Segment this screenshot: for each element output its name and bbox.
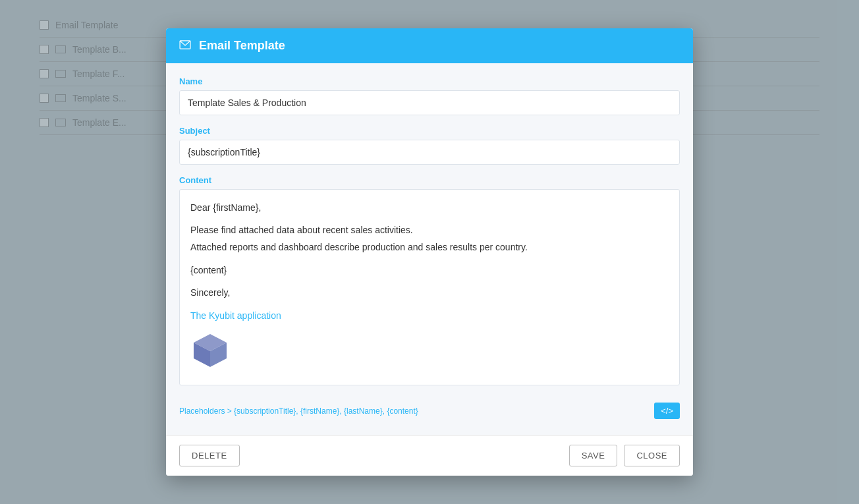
placeholders-row: Placeholders > {subscriptionTitle}, {fir… xyxy=(179,396,680,424)
code-button[interactable]: </> xyxy=(654,403,680,419)
name-label: Name xyxy=(179,76,680,86)
email-template-modal: Email Template Name Subject Content Dear… xyxy=(166,28,693,476)
placeholders-text: Placeholders > {subscriptionTitle}, {fir… xyxy=(179,406,418,416)
content-line4: Attached reports and dashboard describe … xyxy=(190,240,669,254)
modal-overlay: Email Template Name Subject Content Dear… xyxy=(0,0,859,504)
content-line6: {content} xyxy=(190,263,669,277)
subject-input[interactable] xyxy=(179,140,680,165)
content-line1: Dear {firstName}, xyxy=(190,200,669,215)
content-line10: The Kyubit application xyxy=(190,308,669,323)
modal-title: Email Template xyxy=(199,39,285,53)
kyubit-cube-icon xyxy=(190,331,669,374)
content-line8: Sincerely, xyxy=(190,285,669,300)
subject-label: Subject xyxy=(179,126,680,136)
modal-body: Name Subject Content Dear {firstName}, P… xyxy=(166,63,693,435)
subject-field-group: Subject xyxy=(179,126,680,165)
modal-envelope-icon xyxy=(179,39,191,53)
content-box[interactable]: Dear {firstName}, Please find attached d… xyxy=(179,189,680,386)
modal-header: Email Template xyxy=(166,28,693,63)
save-button[interactable]: SAVE xyxy=(569,445,618,466)
footer-right-buttons: SAVE CLOSE xyxy=(569,445,680,466)
name-field-group: Name xyxy=(179,76,680,115)
delete-button[interactable]: DELETE xyxy=(179,445,240,466)
content-label: Content xyxy=(179,175,680,185)
name-input[interactable] xyxy=(179,90,680,115)
content-field-group: Content Dear {firstName}, Please find at… xyxy=(179,175,680,386)
modal-footer: DELETE SAVE CLOSE xyxy=(166,435,693,476)
close-button[interactable]: CLOSE xyxy=(624,445,680,466)
content-line3: Please find attached data about recent s… xyxy=(190,223,669,237)
